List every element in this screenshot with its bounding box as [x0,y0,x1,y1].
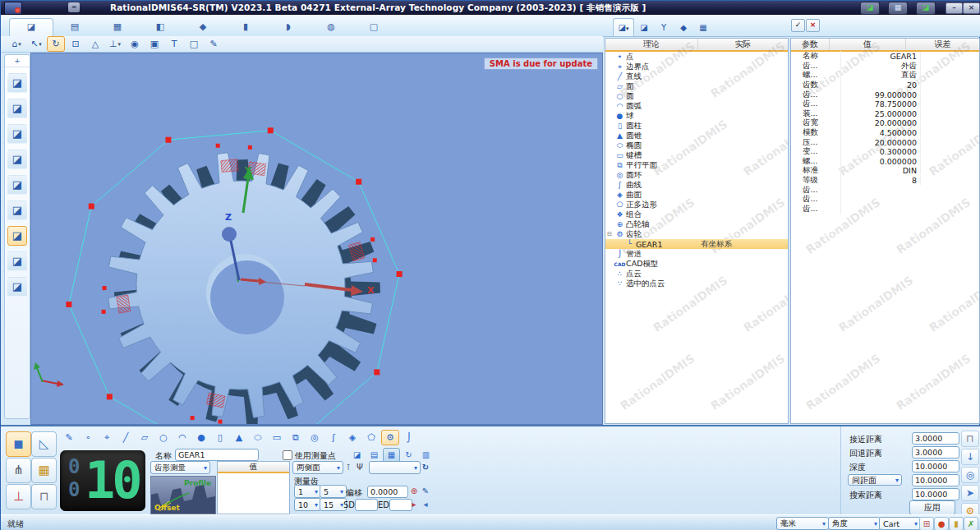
tree-item-arc[interactable]: ◠ 圆弧 [605,101,788,111]
offset-field[interactable]: 0.0000 [367,486,408,498]
minimize-button[interactable]: – [945,2,963,14]
tooth-select[interactable]: 5▾ [320,485,347,498]
tree-header-theory[interactable]: 理论 [605,39,698,50]
param-row[interactable]: 等级 8 [791,176,979,186]
feature-tree-tab[interactable]: ◪▾ [613,18,634,36]
param-row[interactable]: 压... 20.000000 [791,137,979,147]
ribbon-tab-machine[interactable]: ◧ [139,18,182,36]
record-button[interactable]: □▾ [185,36,203,52]
panel-check-button[interactable]: ✓ [791,19,805,32]
apply-button[interactable]: 应用 [909,500,955,515]
use-measured-points-checkbox[interactable] [283,450,292,460]
tool-status-icon[interactable]: ▮ [949,517,964,530]
calibration-button[interactable]: ◺ [31,431,57,457]
tree-item-camshaft[interactable]: ⊕ 凸轮轴 [605,219,788,229]
start-angle-icon[interactable]: ▸ [408,499,420,510]
viewport-3d[interactable]: YXZ SMA is due for update [30,53,603,425]
labels-button[interactable]: T▾ [165,36,183,52]
approach-label[interactable]: 深度 [849,462,866,473]
probe-pick-mode[interactable]: ◪ [7,175,27,195]
add-offset-icon[interactable]: ⊕ [408,486,420,497]
probe-t-icon[interactable]: ⊺ [343,462,354,473]
expand-icon[interactable]: ⊟ [605,231,614,237]
coordinate-system-button[interactable]: ⊥ [6,484,31,509]
value-table[interactable]: 值 [217,461,290,514]
circle-icon[interactable]: ○ [154,430,173,445]
param-row[interactable]: 模数 4.500000 [791,128,979,138]
pin-toolbar-icon[interactable]: + [5,55,30,67]
axes-view-button[interactable]: ⊥▾ [106,36,124,52]
param-row[interactable]: 标准 DIN [791,166,979,176]
panel-close-button[interactable]: × [806,19,820,32]
tolerance-tab[interactable]: ◆▾ [674,19,693,36]
multi-select-mode[interactable]: ◪ [7,251,27,271]
approach-label[interactable]: 搜索距离 [849,490,882,501]
probe-down-icon[interactable]: ↓ [961,449,979,465]
tree-item-cad-model[interactable]: CAD CAD模型 [605,259,788,269]
quick-menu-icon[interactable]: ≡ [68,2,80,12]
tree-item-parallel-planes[interactable]: ⧉ 平行平面 [605,160,788,170]
ribbon-tab-measure[interactable]: ◪ [9,18,53,37]
end-angle-icon[interactable]: ◂ [420,499,431,510]
ribbon-tab-report[interactable]: ◍ [310,18,352,36]
units-select[interactable]: 毫米▾ [776,517,829,530]
tree-item-point-cloud[interactable]: ∴ 点云 [605,269,788,279]
tooth-select[interactable]: 10▾ [294,498,321,511]
approach-label[interactable]: 接近距离 [849,434,882,445]
tooth-select[interactable]: 1▾ [294,485,321,498]
torus-icon[interactable]: ◎ [306,430,324,445]
tree-item-point[interactable]: • 点 [605,52,788,62]
tree-item-surface[interactable]: ◈ 曲面 [605,190,788,200]
probe-status-icon[interactable]: ◪ [916,2,936,15]
flank-select[interactable]: 两侧面▾ [292,461,343,474]
tree-item-torus[interactable]: ◎ 圆环 [605,170,788,180]
pipe-icon[interactable]: ⌡ [400,430,418,445]
search-tool-icon[interactable]: ◎ [961,467,979,483]
caliper-tools-button[interactable]: ⊓ [31,484,57,509]
plane-icon[interactable]: ▱ [136,430,154,445]
ellipse-icon[interactable]: ⬭ [249,430,267,445]
zoom-window-button[interactable]: ⊡▾ [67,36,85,52]
name-field[interactable]: GEAR1 [175,449,259,461]
tree-item-sphere[interactable]: ● 球 [605,111,788,121]
params-header-value[interactable]: 值 [830,39,906,50]
visibility-button[interactable]: ◉▾ [126,36,144,52]
gear-measure-mode[interactable]: ◪ [7,226,27,246]
probe-select[interactable]: ▾ [369,461,421,474]
select-face-mode[interactable]: ◪ [7,150,27,169]
approach-value-field[interactable]: 10.0000 [912,488,959,500]
coordinate-select[interactable]: Cart▾ [879,517,921,530]
param-row[interactable]: 齿... 外齿 [791,62,979,71]
tree-item-cylinder[interactable]: ▯ 圆柱 [605,121,788,131]
param-row[interactable]: 齿... [791,205,979,214]
tree-item-polygon[interactable]: ⬠ 正多边形 [605,200,788,210]
param-row[interactable]: 装... 25.000000 [791,109,979,119]
tree-item-line[interactable]: ╱ 直线 [605,71,788,81]
approach-value-field[interactable]: 10.0000 [912,474,959,486]
tree-item-curve[interactable]: ʃ 曲线 [605,180,788,190]
box-select-mode[interactable]: ◪ [7,277,27,297]
polygon-icon[interactable]: ⬠ [362,430,380,445]
solid-model-tab[interactable]: ◪▾ [634,19,654,36]
param-row[interactable]: 齿数 20 [791,81,979,90]
ribbon-tab-probe[interactable]: ◗ [267,18,310,36]
tree-item-selected-point-cloud[interactable]: ∵ 选中的点云 [605,279,788,288]
select-point-mode[interactable]: ◪ [7,99,27,118]
filter-tab[interactable]: Y▾ [654,19,674,36]
params-header-name[interactable]: 参数 [791,39,830,50]
close-button[interactable]: × [963,2,980,14]
refresh-icon[interactable]: ↻ [420,462,431,473]
tree-item-plane[interactable]: ▱ 面 [605,81,788,91]
ribbon-tab-graphics[interactable]: ◆ [182,18,224,36]
param-row[interactable]: 名称 GEAR1 [791,52,979,62]
approach-value-field[interactable]: 3.0000 [912,432,959,445]
machine-status-icon[interactable]: ⊞ [919,517,934,530]
angle-select[interactable]: 角度▾ [828,517,881,530]
cone-icon[interactable]: ▲ [230,430,248,445]
param-row[interactable]: 齿... [791,185,979,195]
edit-offset-icon[interactable]: ✎ [420,486,431,497]
select-cursor-button[interactable]: ↖▾ [27,36,45,52]
tree-item-combination[interactable]: ❖ 组合 [605,210,788,219]
iso-view-button[interactable]: △▾ [86,36,104,52]
tree-item-circle[interactable]: ○ 圆 [605,91,788,101]
